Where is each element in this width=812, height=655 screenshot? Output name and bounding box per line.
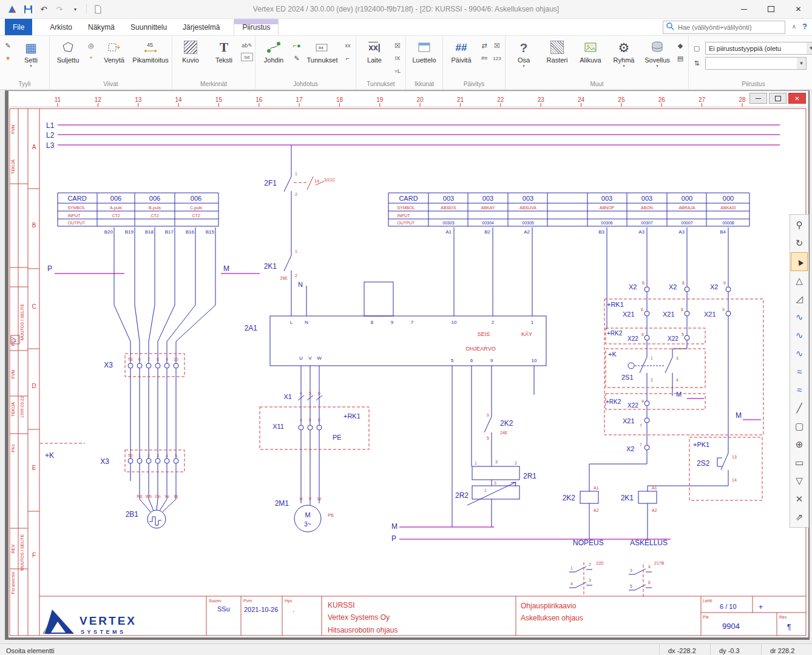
- marquee-icon[interactable]: ▢: [791, 417, 807, 435]
- clear-box-icon[interactable]: ☒: [491, 40, 503, 51]
- mdi-minimize-button[interactable]: [749, 93, 767, 104]
- osa-button[interactable]: ? Osa▾: [507, 37, 540, 68]
- schematic-text: 1: [295, 249, 297, 254]
- ribbon-group-johdotus: Johdin ⌐● ✎ xx Tunnukset xx ⌐ Johdotus: [255, 36, 356, 89]
- tab-nakyma[interactable]: Näkymä: [80, 19, 123, 35]
- style-pick-icon[interactable]: ✶: [2, 53, 14, 64]
- tab-suunnittelu[interactable]: Suunnittelu: [123, 19, 175, 35]
- erase-icon[interactable]: ✕: [791, 490, 807, 508]
- select-cursor-icon[interactable]: ▲: [791, 252, 808, 271]
- export-icon[interactable]: ⇗: [791, 508, 807, 526]
- vertex-app-icon[interactable]: [6, 3, 18, 15]
- zoom-icon[interactable]: ⊕: [791, 435, 807, 453]
- tab-arkisto[interactable]: Arkisto: [42, 19, 80, 35]
- style-pen-icon[interactable]: ✎: [2, 40, 14, 51]
- close-button[interactable]: ✕: [785, 0, 812, 18]
- sovellus-button[interactable]: Sovellus▾: [641, 37, 674, 68]
- stretch-icon[interactable]: ◿: [791, 290, 807, 307]
- group-label: Johdotus: [257, 80, 354, 89]
- help-icon[interactable]: ?: [802, 22, 807, 31]
- setti-button[interactable]: ▦ Setti▾: [15, 37, 47, 68]
- quick-access-options-icon[interactable]: ▾: [69, 3, 81, 15]
- ix-icon[interactable]: IX: [391, 53, 404, 64]
- drawing-type-select[interactable]: Ei piirustustyyppiä (oletu ▼: [705, 42, 812, 55]
- schematic-text: TEKIJÄ: [11, 160, 15, 174]
- box-x-icon[interactable]: ☒: [391, 40, 404, 51]
- tag-bracket-icon[interactable]: ⌐: [342, 53, 354, 64]
- schematic-canvas[interactable]: 111213141516171819202122232425262728 ABC…: [0, 90, 812, 643]
- johdin-button[interactable]: Johdin: [257, 37, 290, 64]
- venyta-button[interactable]: Venytä: [98, 37, 130, 64]
- swap-icon[interactable]: ⇄: [478, 40, 490, 51]
- rotate-icon[interactable]: ↻: [791, 234, 807, 252]
- laite-button[interactable]: xx| Laite: [358, 37, 391, 64]
- mdi-restore-button[interactable]: [769, 93, 787, 104]
- suljettu-button[interactable]: Suljettu: [52, 37, 84, 64]
- row-letter: E: [32, 465, 36, 471]
- tag-xx-icon[interactable]: xx: [342, 40, 354, 51]
- schematic-text: V: [308, 355, 312, 361]
- rasteri-button[interactable]: Rasteri: [541, 37, 573, 64]
- doc-icon[interactable]: ▤: [674, 53, 686, 64]
- schematic-text: 1999-03-22: [20, 396, 24, 418]
- maximize-button[interactable]: [757, 0, 785, 18]
- paivita-button[interactable]: ## Päivitä: [445, 37, 478, 64]
- alikuva-button[interactable]: Alikuva: [574, 37, 607, 64]
- teksti-button[interactable]: T Teksti: [208, 37, 240, 64]
- text-box-icon[interactable]: txt: [241, 53, 253, 61]
- search-box[interactable]: [663, 21, 785, 34]
- search-input[interactable]: [677, 23, 782, 32]
- mdi-close-button[interactable]: ✕: [788, 93, 806, 104]
- collapse-ribbon-icon[interactable]: ∧: [792, 23, 796, 30]
- levels-icon[interactable]: ⇅: [691, 58, 703, 69]
- ruler-number: 20: [417, 96, 424, 103]
- triangle-icon[interactable]: △: [791, 272, 807, 289]
- dimension-45-icon: 45: [143, 38, 158, 56]
- grid-icon: ▦: [25, 38, 37, 56]
- eq-l-icon[interactable]: =L: [391, 66, 404, 76]
- frame-icon[interactable]: ▢: [691, 43, 703, 54]
- edit-text-icon[interactable]: ab✎: [241, 40, 253, 51]
- luettelo-button[interactable]: Luettelo: [408, 37, 441, 64]
- filter-icon[interactable]: ▽: [791, 472, 807, 489]
- new-drawing-icon[interactable]: [92, 3, 104, 15]
- tunnukset-wire-button[interactable]: xx Tunnukset: [303, 37, 341, 64]
- wire-edit-icon[interactable]: ✎: [291, 53, 303, 64]
- schematic-text: 1: [651, 356, 653, 360]
- schematic-text: Perusversio: [11, 571, 15, 594]
- schematic-text: 006: [110, 195, 121, 202]
- component-icon[interactable]: ◆: [674, 40, 686, 51]
- spark-icon[interactable]: ＊: [85, 53, 97, 64]
- undo-icon[interactable]: ↶: [38, 3, 50, 15]
- spring-icon-3[interactable]: ∿: [791, 344, 807, 362]
- schematic-text: ABSEIS: [441, 206, 456, 210]
- tab-jarjestelma[interactable]: Järjestelmä: [175, 19, 228, 35]
- spring-icon[interactable]: ∿: [791, 308, 807, 326]
- tab-piirustus[interactable]: Piirustus: [234, 19, 279, 35]
- wave-icon[interactable]: ≈: [791, 363, 807, 380]
- schematic-text: X3: [104, 361, 113, 369]
- wire-add-icon[interactable]: ⌐●: [291, 40, 303, 51]
- find-hash-icon[interactable]: #¤: [478, 53, 490, 64]
- save-icon[interactable]: [22, 3, 34, 15]
- target-icon[interactable]: ◎: [85, 40, 97, 51]
- schematic-text: A3: [638, 229, 645, 235]
- tab-file[interactable]: File: [5, 19, 32, 35]
- pikamitoitus-button[interactable]: 45 Pikamitoitus: [131, 37, 170, 64]
- ryhma-button[interactable]: ⚙ Ryhmä▾: [607, 37, 640, 68]
- rect-icon[interactable]: ▭: [791, 454, 807, 471]
- renumber-icon[interactable]: 123: [491, 53, 503, 64]
- schematic-text: Rev: [779, 615, 787, 619]
- minimize-button[interactable]: [730, 0, 757, 18]
- redo-icon[interactable]: ↷: [53, 3, 66, 15]
- group-label: Merkinnät: [174, 80, 253, 89]
- line-icon[interactable]: ╱: [791, 399, 807, 417]
- schematic-text: 6 / 10: [720, 603, 737, 610]
- menubar: File Arkisto Näkymä Suunnittelu Järjeste…: [0, 19, 812, 36]
- waves-icon[interactable]: ≈: [791, 381, 807, 398]
- drawing-level-select[interactable]: ▼: [705, 57, 807, 70]
- schematic-text: Vertex Systems Oy: [328, 613, 390, 622]
- kuvio-button[interactable]: Kuvio: [174, 37, 207, 64]
- spring-icon-2[interactable]: ∿: [791, 326, 807, 344]
- pin-icon[interactable]: ⚲: [791, 216, 807, 233]
